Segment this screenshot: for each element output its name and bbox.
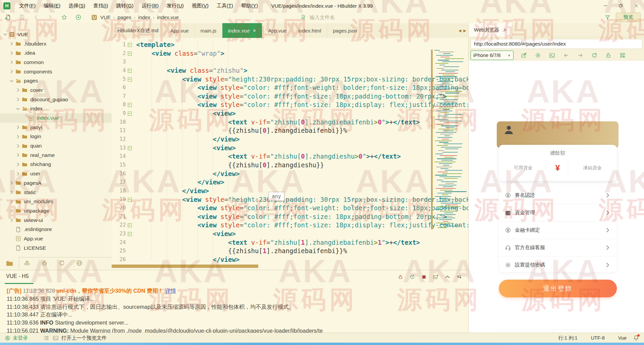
logout-button[interactable]: 退出登錄 [499, 280, 617, 297]
editor-tab-HBuilderX自述.md[interactable]: HBuilderX自述.md [112, 23, 165, 38]
menu-item-官方在線客服[interactable]: 官方在線客服 [499, 239, 617, 256]
tree-item-.idea[interactable]: .idea [0, 48, 112, 58]
breadcrumb-item[interactable]: VUE [100, 14, 111, 20]
avatar[interactable] [503, 124, 515, 136]
phone-tab-首頁[interactable]: 首頁 [496, 330, 527, 333]
run-button[interactable] [75, 14, 82, 20]
device-selector[interactable]: iPhone 6/7/8 ▼ [471, 51, 514, 60]
tree-item-.hbuilderx[interactable]: .hbuilderx [0, 39, 112, 49]
menu-Y[interactable]: 帮助(Y) [237, 0, 262, 11]
chevron-right-icon[interactable] [9, 218, 14, 223]
chevron-right-icon[interactable] [9, 199, 14, 204]
encoding[interactable]: UTF-8 [591, 335, 605, 341]
breadcrumb[interactable]: VUE›pages›index›index.vue [91, 14, 179, 21]
stop-icon[interactable] [421, 274, 427, 280]
tree-item-real_name[interactable]: real_name [0, 151, 112, 160]
fold-marker-icon[interactable] [127, 41, 133, 49]
menu-U[interactable]: 发行(U) [163, 0, 188, 11]
tree-item-login[interactable]: login [0, 132, 112, 141]
menu-R[interactable]: 运行(R) [138, 0, 163, 11]
files-panel-tab[interactable] [0, 257, 19, 270]
editor-tab-index.vue[interactable]: index.vue✕ [222, 23, 262, 38]
tree-item-uview-ui[interactable]: uview-ui [0, 216, 112, 225]
menu-item-設置提領密碼[interactable]: 設置提領密碼 [499, 256, 617, 274]
breadcrumb-item[interactable]: index [138, 14, 150, 20]
chevron-right-icon[interactable] [9, 208, 14, 213]
search-panel-icon[interactable] [23, 260, 31, 267]
fold-marker-icon[interactable] [127, 75, 133, 84]
file-search[interactable] [300, 11, 384, 23]
tree-item-uni_modules[interactable]: uni_modules [0, 197, 112, 206]
url-input[interactable] [471, 41, 642, 47]
chevron-right-icon[interactable] [15, 171, 20, 176]
restore-button[interactable] [613, 0, 629, 11]
file-type[interactable]: Vue [618, 335, 627, 341]
menu-I[interactable]: 查找(I) [89, 0, 112, 11]
url-bar[interactable] [471, 39, 642, 49]
fold-marker-icon[interactable] [127, 195, 133, 204]
preview-button[interactable]: 预览 [616, 13, 641, 22]
tab-scroll-arrows[interactable]: ◀ ▶ [459, 23, 466, 38]
rerun-icon[interactable] [58, 260, 65, 267]
clear-console-icon[interactable] [456, 274, 462, 280]
code-editor[interactable]: HBuilderX自述.mdApp.vuemain.jsindex.vue✕Ap… [112, 23, 468, 270]
code-area[interactable]: 1<template>2<view class="wrap">34<view c… [112, 38, 468, 270]
collapse-console-icon[interactable] [444, 274, 450, 280]
chevron-right-icon[interactable] [15, 153, 20, 158]
close-button[interactable] [629, 0, 644, 11]
chevron-right-icon[interactable] [9, 190, 14, 195]
tree-item-index[interactable]: index [0, 104, 112, 114]
browser-refresh-icon[interactable] [591, 52, 597, 58]
browser-forward-icon[interactable] [577, 52, 583, 58]
editor-tab-index.html[interactable]: index.html [292, 23, 327, 38]
chevron-right-icon[interactable] [15, 134, 20, 139]
tree-item-unpackage[interactable]: unpackage [0, 206, 112, 216]
new-file-button[interactable] [5, 14, 11, 20]
lock-icon[interactable] [605, 52, 611, 58]
menu-G[interactable]: 跳转(G) [112, 0, 138, 11]
list-icon[interactable] [43, 335, 49, 341]
qrcode-icon[interactable] [620, 52, 626, 58]
menu-item-資金管理[interactable]: 資金管理 [499, 204, 617, 222]
filter-icon[interactable] [605, 14, 610, 20]
menu-F[interactable]: 文件(F) [15, 0, 40, 11]
tree-item-common[interactable]: common [0, 58, 112, 67]
browser-tab[interactable]: Web浏览器 ✕ [469, 23, 513, 37]
menu-S[interactable]: 选择(S) [64, 0, 89, 11]
debug-panel-icon[interactable] [41, 260, 48, 267]
tree-item-VUE[interactable]: VUE [0, 30, 112, 39]
tab-scroll-right-icon[interactable]: ▶ [464, 28, 466, 33]
tree-item-.eslintignore[interactable]: .eslintignore [0, 225, 112, 234]
chevron-right-icon[interactable] [9, 51, 14, 56]
tree-item-App.vue[interactable]: App.vue [0, 234, 112, 243]
forward-button[interactable] [47, 14, 53, 20]
chevron-down-icon[interactable] [15, 106, 20, 111]
tree-item-user[interactable]: user [0, 169, 112, 178]
menu-V[interactable]: 视图(V) [188, 0, 213, 11]
chevron-right-icon[interactable] [9, 60, 14, 65]
menu-E[interactable]: 编辑(E) [40, 0, 64, 11]
back-button[interactable] [33, 14, 39, 20]
horizontal-scrollbar[interactable] [112, 265, 258, 268]
editor-tab-pages.json[interactable]: pages.json [327, 23, 364, 38]
web-panel-icon[interactable] [76, 260, 83, 267]
browser-settings-icon[interactable] [535, 52, 541, 58]
breadcrumb-item[interactable]: index.vue [157, 14, 179, 20]
open-in-browser-icon[interactable] [521, 52, 527, 58]
search-input[interactable] [309, 14, 384, 20]
details-link[interactable]: 详情 [165, 288, 176, 294]
chevron-down-icon[interactable] [3, 32, 8, 37]
editor-tab-main.js[interactable]: main.js [195, 23, 223, 38]
tree-item-jiaoyi[interactable]: jiaoyi [0, 123, 112, 132]
fold-marker-icon[interactable] [127, 144, 133, 153]
chevron-right-icon[interactable] [15, 88, 20, 93]
phone-tab-市場[interactable]: 市場 [527, 330, 558, 333]
vertical-scrollbar[interactable] [431, 50, 433, 229]
debug-icon[interactable] [397, 274, 404, 280]
editor-tab-App.vue[interactable]: App.vue [262, 23, 292, 38]
tree-item-discount_gupiao[interactable]: discount_gupiao [0, 95, 112, 104]
tab-scroll-left-icon[interactable]: ◀ [459, 28, 461, 33]
tree-item-pagesA[interactable]: pagesA [0, 178, 112, 188]
fold-marker-icon[interactable] [127, 221, 133, 230]
chevron-right-icon[interactable] [15, 125, 20, 130]
